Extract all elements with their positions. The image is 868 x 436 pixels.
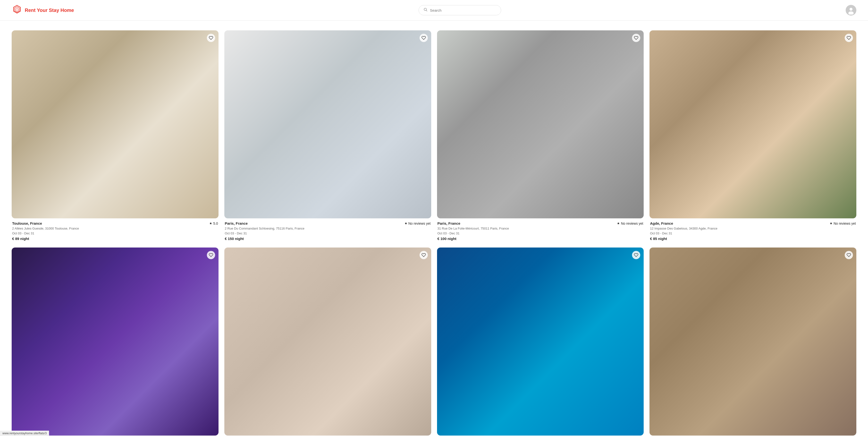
card-city: Paris, France <box>225 221 248 225</box>
card-image <box>224 30 431 219</box>
listing-card[interactable] <box>649 248 856 436</box>
card-city: Agde, France <box>650 221 673 225</box>
logo-text: Rent Your Stay Home <box>25 7 74 13</box>
listing-card[interactable]: Toulouse, France ★ 5.0 2 Allées Jules Gu… <box>12 30 219 241</box>
card-address: 2 Allées Jules Guesde, 31000 Toulouse, F… <box>12 226 218 231</box>
search-icon <box>424 8 428 12</box>
card-address: 31 Rue De La Folie-Méricourt, 75011 Pari… <box>437 226 643 231</box>
card-image <box>437 30 644 219</box>
card-top-row: Toulouse, France ★ 5.0 <box>12 221 218 225</box>
favorite-button[interactable] <box>207 34 215 42</box>
favorite-button[interactable] <box>420 34 428 42</box>
header: Rent Your Stay Home <box>0 0 868 21</box>
card-image <box>12 30 219 219</box>
card-info: Agde, France ★ No reviews yet 12 Impasse… <box>649 221 856 240</box>
svg-marker-2 <box>16 8 19 12</box>
card-image <box>12 248 219 436</box>
card-rating: ★ 5.0 <box>209 222 218 225</box>
card-image-wrap <box>12 248 219 436</box>
card-image-wrap <box>649 248 856 436</box>
card-price: € 150 night <box>225 237 431 241</box>
main-content: Toulouse, France ★ 5.0 2 Allées Jules Gu… <box>0 21 868 436</box>
svg-point-6 <box>849 8 852 11</box>
card-top-row: Paris, France ★ No reviews yet <box>225 221 431 225</box>
card-image-wrap <box>224 30 431 219</box>
logo[interactable]: Rent Your Stay Home <box>12 4 74 16</box>
card-info: Toulouse, France ★ 5.0 2 Allées Jules Gu… <box>12 221 219 240</box>
listing-card[interactable]: Paris, France ★ No reviews yet 2 Rue Du … <box>224 30 431 241</box>
card-rating: ★ No reviews yet <box>617 222 643 225</box>
star-icon: ★ <box>830 222 833 225</box>
star-icon: ★ <box>617 222 620 225</box>
card-dates: Oct 03 - Dec 31 <box>437 231 643 235</box>
card-price: € 89 night <box>12 237 218 241</box>
favorite-button[interactable] <box>207 251 215 259</box>
search-bar[interactable] <box>418 5 501 15</box>
listing-card[interactable]: Paris, France ★ No reviews yet 31 Rue De… <box>437 30 644 241</box>
listing-card[interactable] <box>437 248 644 436</box>
star-icon: ★ <box>209 222 212 225</box>
card-address: 2 Rue Du Commandant Schloesing, 75116 Pa… <box>225 226 431 231</box>
star-icon: ★ <box>404 222 407 225</box>
url-bar: www.rentyourstayhome.site/flats/3 <box>0 431 49 436</box>
card-city: Toulouse, France <box>12 221 42 225</box>
card-price: € 85 night <box>650 237 856 241</box>
favorite-button[interactable] <box>420 251 428 259</box>
svg-line-4 <box>426 10 427 11</box>
card-dates: Oct 03 - Dec 31 <box>225 231 431 235</box>
favorite-button[interactable] <box>632 251 640 259</box>
card-dates: Oct 03 - Dec 31 <box>12 231 218 235</box>
card-image-wrap <box>224 248 431 436</box>
listing-card[interactable] <box>224 248 431 436</box>
card-info: Paris, France ★ No reviews yet 31 Rue De… <box>437 221 644 240</box>
card-image-wrap <box>649 30 856 219</box>
card-image <box>224 248 431 436</box>
card-image <box>649 30 856 219</box>
card-image-wrap <box>12 30 219 219</box>
card-top-row: Agde, France ★ No reviews yet <box>650 221 856 225</box>
listings-grid: Toulouse, France ★ 5.0 2 Allées Jules Gu… <box>12 30 856 436</box>
card-info: Paris, France ★ No reviews yet 2 Rue Du … <box>224 221 431 240</box>
card-image <box>649 248 856 436</box>
card-top-row: Paris, France ★ No reviews yet <box>437 221 643 225</box>
favorite-button[interactable] <box>632 34 640 42</box>
card-dates: Oct 03 - Dec 31 <box>650 231 856 235</box>
card-price: € 100 night <box>437 237 643 241</box>
card-image-wrap <box>437 30 644 219</box>
search-input[interactable] <box>430 8 496 12</box>
card-image-wrap <box>437 248 644 436</box>
user-avatar[interactable] <box>846 5 856 16</box>
listing-card[interactable]: Agde, France ★ No reviews yet 12 Impasse… <box>649 30 856 241</box>
listing-card[interactable] <box>12 248 219 436</box>
card-rating: ★ No reviews yet <box>830 222 856 225</box>
logo-icon <box>12 4 22 16</box>
card-image <box>437 248 644 436</box>
favorite-button[interactable] <box>845 34 853 42</box>
favorite-button[interactable] <box>845 251 853 259</box>
card-rating: ★ No reviews yet <box>404 222 431 225</box>
card-city: Paris, France <box>437 221 460 225</box>
card-address: 12 Impasse Des Gabelous, 34300 Agde, Fra… <box>650 226 856 231</box>
